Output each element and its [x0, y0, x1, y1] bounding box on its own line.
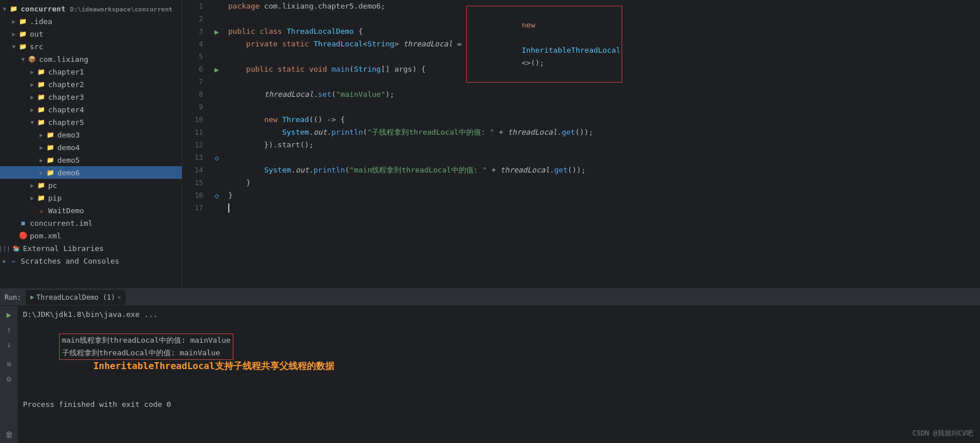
code-lines[interactable]: package com.lixiang.chapter5.demo6; publ…	[224, 0, 980, 288]
sidebar-item-scratches[interactable]: ▶ ✏️ Scratches and Consoles	[0, 254, 182, 267]
code-line-15: }	[224, 177, 980, 189]
waitdemo-icon: ☕	[37, 206, 46, 215]
console-scroll-down-button[interactable]: ↓	[3, 338, 15, 351]
sidebar-item-com-lixiang[interactable]: ▼ 📦 com.lixiang	[0, 53, 182, 65]
run-tab[interactable]: ▶ ThreadLocalDemo (1) ✕	[26, 290, 126, 305]
iml-label: concurrent.iml	[30, 219, 93, 228]
console-wrap-button[interactable]: ≡	[3, 358, 15, 370]
watermark: CSDN @我就叫CV吧	[912, 429, 973, 438]
gutter-3[interactable]: ▶	[210, 25, 224, 38]
gutter-13	[210, 164, 224, 177]
run-tab-close-icon[interactable]: ✕	[118, 294, 121, 300]
sidebar-item-pc[interactable]: ▶ 📁 pc	[0, 179, 182, 191]
idea-label: .idea	[30, 17, 52, 26]
line-num-1: 1	[187, 0, 203, 13]
src-folder-icon: 📁	[18, 42, 28, 51]
gutter-6-bookmark	[210, 76, 224, 88]
demo4-label: demo4	[57, 143, 80, 152]
chapter2-icon: 📁	[37, 80, 46, 89]
scratches-icon: ✏️	[9, 256, 18, 265]
demo3-arrow: ▶	[37, 132, 46, 138]
console-body: ▶ ↑ ↓ ≡ ⚙ 🗑 D:\JDK\jdk1.8\bin\java.exe .…	[0, 306, 980, 443]
run-tab-label: ThreadLocalDemo (1)	[37, 293, 115, 301]
sidebar-item-pom[interactable]: ▶ 🔴 pom.xml	[0, 229, 182, 242]
pom-icon: 🔴	[18, 231, 28, 240]
demo6-label: demo6	[57, 168, 80, 177]
chapter1-label: chapter1	[48, 68, 84, 76]
line-num-2: 2	[187, 13, 203, 25]
chapter4-icon: 📁	[37, 105, 46, 114]
sidebar-item-chapter1[interactable]: ▶ 📁 chapter1	[0, 65, 182, 78]
code-line-9	[224, 101, 980, 113]
sidebar-item-waitdemo[interactable]: ▶ ☕ WaitDemo	[0, 204, 182, 217]
tree-root[interactable]: ▼ 📁 concurrent D:\ideaworkspace\concurre…	[0, 2, 182, 15]
pom-label: pom.xml	[30, 232, 61, 240]
code-editor[interactable]: 1 2 3 4 5 6 7 8 9 10 11 12 13 14 15 16 1…	[182, 0, 980, 288]
com-lixiang-icon: 📦	[28, 54, 37, 64]
demo4-arrow: ▶	[37, 144, 46, 151]
code-line-6: public static void main ( String [] args…	[224, 63, 980, 76]
console-line-blank	[23, 386, 975, 398]
demo3-icon: 📁	[46, 130, 55, 139]
sidebar-item-chapter2[interactable]: ▶ 📁 chapter2	[0, 78, 182, 91]
line-num-3: 3	[187, 25, 203, 38]
sidebar-item-chapter5[interactable]: ▼ 📁 chapter5	[0, 116, 182, 128]
root-label: concurrent D:\ideaworkspace\concurrent	[21, 5, 173, 13]
line-num-8: 8	[187, 88, 203, 101]
code-editor-area: 1 2 3 4 5 6 7 8 9 10 11 12 13 14 15 16 1…	[182, 0, 980, 288]
pip-label: pip	[48, 194, 61, 202]
line-num-5: 5	[187, 50, 203, 63]
sidebar-item-iml[interactable]: ▶ ◼ concurrent.iml	[0, 217, 182, 229]
console-scroll-up-button[interactable]: ↑	[3, 323, 15, 336]
pip-arrow: ▶	[28, 195, 37, 201]
sidebar-item-demo3[interactable]: ▶ 📁 demo3	[0, 128, 182, 141]
code-line-10: new Thread (() -> {	[224, 113, 980, 126]
sidebar-item-chapter3[interactable]: ▶ 📁 chapter3	[0, 91, 182, 103]
sidebar-item-demo4[interactable]: ▶ 📁 demo4	[0, 141, 182, 154]
chapter2-arrow: ▶	[28, 81, 37, 88]
demo6-icon: 📁	[46, 168, 55, 177]
ext-arrow: |||	[0, 245, 9, 252]
sidebar-item-external-libraries[interactable]: ||| 📚 External Libraries	[0, 242, 182, 254]
sidebar-item-demo6[interactable]: ▶ 📁 demo6	[0, 166, 182, 179]
sidebar-item-src[interactable]: ▼ 📁 src	[0, 40, 182, 53]
run-tab-icon: ▶	[30, 293, 34, 301]
gutter-4	[210, 38, 224, 50]
sidebar-item-out[interactable]: ▶ 📁 out	[0, 28, 182, 40]
line-num-16: 16	[187, 189, 203, 202]
chapter1-arrow: ▶	[28, 69, 37, 75]
gutter-8	[210, 101, 224, 113]
run-label: Run:	[5, 293, 21, 301]
gutter-16	[210, 202, 224, 214]
sidebar-item-idea[interactable]: ▶ 📁 .idea	[0, 15, 182, 28]
gutter-2	[210, 13, 224, 25]
line-num-15: 15	[187, 177, 203, 189]
line-num-12: 12	[187, 139, 203, 151]
console-run-button[interactable]: ▶	[3, 308, 15, 321]
line-num-9: 9	[187, 101, 203, 113]
line-num-10: 10	[187, 113, 203, 126]
scratches-label: Scratches and Consoles	[21, 257, 119, 265]
code-line-11: System . out . println ( "子线程拿到threadLoc…	[224, 126, 980, 139]
console-toolbar: ▶ ↑ ↓ ≡ ⚙ 🗑	[0, 306, 18, 443]
chapter5-arrow: ▼	[28, 119, 37, 126]
sidebar-item-pip[interactable]: ▶ 📁 pip	[0, 191, 182, 204]
src-label: src	[30, 42, 43, 51]
gutter-6-run[interactable]: ▶	[210, 63, 224, 76]
gutter-9	[210, 113, 224, 126]
console-filter-button[interactable]: ⚙	[3, 373, 15, 385]
line-num-11: 11	[187, 126, 203, 139]
console-line-exit: Process finished with exit code 0	[23, 398, 975, 411]
console-clear-button[interactable]: 🗑	[3, 428, 15, 441]
pc-icon: 📁	[37, 181, 46, 190]
sidebar-item-demo5[interactable]: ▶ 📁 demo5	[0, 154, 182, 166]
idea-folder-icon: 📁	[18, 17, 28, 26]
pc-arrow: ▶	[28, 182, 37, 189]
chapter2-label: chapter2	[48, 80, 84, 89]
sidebar-item-chapter4[interactable]: ▶ 📁 chapter4	[0, 103, 182, 116]
idea-arrow: ▶	[9, 18, 18, 25]
gutter: ▶ ▶ ◇ ◇	[210, 0, 224, 288]
code-line-17	[224, 202, 980, 214]
chapter1-icon: 📁	[37, 67, 46, 76]
waitdemo-label: WaitDemo	[48, 206, 84, 215]
